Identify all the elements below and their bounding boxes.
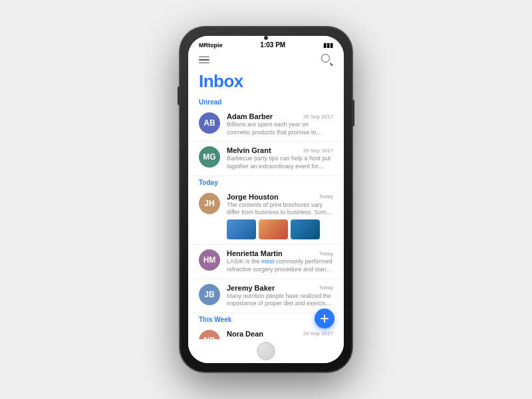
message-header: Adam Barber 26 Sep 2017 xyxy=(227,112,333,120)
message-item[interactable]: JH Jorge Houston Today The contents of p… xyxy=(188,188,344,245)
battery-indicator: ▮▮▮ xyxy=(323,42,333,49)
message-header: Jeremy Baker Today xyxy=(227,284,333,292)
message-header: Nora Dean 24 Sep 2017 xyxy=(227,330,333,338)
message-header: Melvin Grant 25 Sep 2017 xyxy=(227,146,333,154)
battery-bars: ▮▮▮ xyxy=(323,42,333,49)
message-content: Nora Dean 24 Sep 2017 Millions of young … xyxy=(227,330,333,339)
message-content: Adam Barber 26 Sep 2017 Billions are spe… xyxy=(227,112,333,136)
camera-dot xyxy=(264,36,268,40)
message-item[interactable]: AB Adam Barber 26 Sep 2017 Billions are … xyxy=(188,108,344,142)
thumbnail-3 xyxy=(291,219,320,239)
menu-line-2 xyxy=(199,59,209,61)
message-item[interactable]: MG Melvin Grant 25 Sep 2017 Barbecue par… xyxy=(188,142,344,176)
message-content: Jeremy Baker Today Many nutrition people… xyxy=(227,284,333,308)
menu-line-1 xyxy=(199,57,209,58)
message-item[interactable]: HM Henrietta Martin Today LASIK is the m… xyxy=(188,245,344,279)
time-display: 1:03 PM xyxy=(260,41,285,49)
nav-bar xyxy=(188,51,344,70)
avatar: ND xyxy=(199,330,220,339)
compose-fab-button[interactable] xyxy=(315,309,334,329)
highlighted-text: most xyxy=(261,258,275,265)
message-content: Jorge Houston Today The contents of prin… xyxy=(227,193,333,239)
message-date: 26 Sep 2017 xyxy=(303,114,333,120)
message-content: Henrietta Martin Today LASIK is the most… xyxy=(227,249,333,273)
menu-button[interactable] xyxy=(199,57,209,64)
sender-name: Melvin Grant xyxy=(227,146,271,154)
thumbnail-2 xyxy=(259,219,288,239)
avatar: JB xyxy=(199,284,220,305)
message-preview: LASIK is the most commonly performed ref… xyxy=(227,258,333,273)
message-item[interactable]: JB Jeremy Baker Today Many nutrition peo… xyxy=(188,279,344,313)
sender-name: Henrietta Martin xyxy=(227,249,283,257)
message-date: 24 Sep 2017 xyxy=(303,331,333,336)
page-title: Inbox xyxy=(199,71,333,92)
message-header: Jorge Houston Today xyxy=(227,193,333,201)
home-button[interactable] xyxy=(257,342,275,360)
sender-name: Nora Dean xyxy=(227,330,263,338)
search-button[interactable] xyxy=(321,54,333,66)
message-preview: Many nutrition people have realized the … xyxy=(227,293,333,308)
inbox-list[interactable]: Unread AB Adam Barber 26 Sep 2017 Billio… xyxy=(188,96,344,339)
thumb-image xyxy=(291,219,320,239)
avatar: JH xyxy=(199,193,220,214)
inbox-title-area: Inbox xyxy=(188,70,344,96)
image-thumbnails xyxy=(227,219,333,239)
avatar: HM xyxy=(199,249,220,271)
phone-screen: MRtopie 1:03 PM ▮▮▮ Inbox Unread xyxy=(188,36,344,363)
section-label-today: Today xyxy=(188,176,344,188)
avatar: AB xyxy=(199,112,220,134)
thumb-image xyxy=(259,219,288,239)
message-date: Today xyxy=(319,285,333,291)
message-content: Melvin Grant 25 Sep 2017 Barbecue party … xyxy=(227,146,333,170)
message-date: Today xyxy=(319,251,333,257)
carrier-text: MRtopie xyxy=(199,42,223,49)
menu-line-3 xyxy=(199,63,209,64)
thumb-image xyxy=(227,219,256,239)
phone-frame: MRtopie 1:03 PM ▮▮▮ Inbox Unread xyxy=(180,27,352,372)
sender-name: Adam Barber xyxy=(227,112,273,120)
message-preview: Billions are spent each year on cosmetic… xyxy=(227,121,333,136)
message-preview: Barbecue party tips can help a host put … xyxy=(227,155,333,170)
sender-name: Jorge Houston xyxy=(227,193,279,201)
message-preview: The contents of print brochures vary dif… xyxy=(227,201,333,217)
thumbnail-1 xyxy=(227,219,256,239)
section-label-unread: Unread xyxy=(188,96,344,108)
sender-name: Jeremy Baker xyxy=(227,284,275,292)
message-header: Henrietta Martin Today xyxy=(227,249,333,257)
message-date: 25 Sep 2017 xyxy=(303,148,333,154)
avatar: MG xyxy=(199,146,220,168)
message-date: Today xyxy=(319,194,333,200)
home-button-area xyxy=(188,339,344,363)
